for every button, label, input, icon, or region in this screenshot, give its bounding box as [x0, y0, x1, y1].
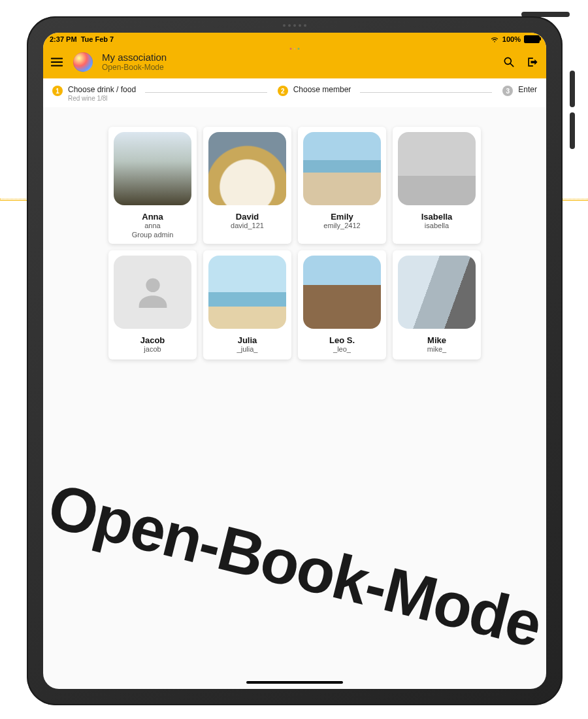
- status-time: 2:37 PM: [50, 35, 77, 43]
- logout-icon[interactable]: [525, 55, 540, 69]
- member-thumb: [303, 256, 381, 329]
- step-3-number: 3: [502, 86, 513, 96]
- member-thumb: [114, 256, 191, 329]
- step-3-label: Enter: [518, 85, 537, 94]
- app-header: My association Open-Book-Mode: [43, 46, 546, 78]
- member-username: emily_2412: [323, 222, 360, 229]
- member-username: mike_: [427, 345, 446, 353]
- member-thumb: [303, 132, 381, 205]
- member-card[interactable]: Emilyemily_2412: [298, 127, 386, 244]
- member-name: Julia: [238, 335, 257, 345]
- member-name: Anna: [142, 212, 163, 222]
- member-card[interactable]: Julia_julia_: [203, 250, 291, 360]
- step-1-number: 1: [52, 86, 63, 96]
- member-role: Group admin: [132, 231, 174, 239]
- member-username: anna: [144, 222, 160, 229]
- menu-icon[interactable]: [50, 55, 64, 69]
- step-3: 3 Enter: [502, 85, 537, 96]
- svg-line-1: [511, 64, 514, 67]
- wifi-icon: [490, 35, 499, 44]
- device-volume-up: [570, 71, 575, 107]
- member-thumb: [398, 132, 476, 205]
- member-card[interactable]: AnnaannaGroup admin: [108, 127, 197, 244]
- member-username: isabella: [425, 222, 449, 229]
- tablet-frame: 2:37 PM Tue Feb 7 100% My association Op…: [27, 16, 563, 705]
- device-speaker: [283, 24, 306, 27]
- search-icon[interactable]: [502, 55, 516, 69]
- member-username: david_121: [231, 222, 264, 229]
- step-divider: [360, 92, 492, 93]
- step-2-number: 2: [278, 86, 288, 96]
- member-name: Emily: [331, 212, 353, 222]
- step-2[interactable]: 2 Choose member: [278, 85, 497, 96]
- step-1-label: Choose drink / food: [68, 85, 136, 94]
- watermark-text: Open-Book-Mode: [43, 469, 546, 661]
- home-indicator[interactable]: [246, 681, 343, 684]
- member-card[interactable]: Isabellaisabella: [393, 127, 481, 244]
- group-avatar[interactable]: [73, 52, 93, 72]
- status-battery-pct: 100%: [502, 35, 521, 43]
- svg-point-0: [504, 58, 511, 64]
- multitask-dots: [290, 48, 300, 50]
- svg-point-2: [146, 278, 159, 292]
- member-name: David: [236, 212, 259, 222]
- header-subtitle: Open-Book-Mode: [102, 63, 167, 72]
- member-name: Mike: [427, 335, 446, 345]
- member-username: _leo_: [333, 345, 351, 353]
- member-card[interactable]: Mikemike_: [393, 250, 481, 360]
- member-username: jacob: [144, 345, 161, 353]
- member-thumb: [208, 132, 286, 205]
- header-title: My association: [102, 52, 167, 63]
- member-name: Jacob: [140, 335, 165, 345]
- member-card[interactable]: Daviddavid_121: [203, 127, 291, 244]
- step-2-label: Choose member: [293, 85, 351, 94]
- person-placeholder-icon: [132, 271, 174, 313]
- step-divider: [145, 92, 267, 93]
- member-thumb: [208, 256, 286, 329]
- member-grid: AnnaannaGroup adminDaviddavid_121Emilyem…: [108, 127, 481, 360]
- step-1[interactable]: 1 Choose drink / food Red wine 1/8l: [52, 85, 271, 102]
- status-date: Tue Feb 7: [81, 35, 114, 43]
- device-volume-down: [570, 112, 575, 149]
- screen: 2:37 PM Tue Feb 7 100% My association Op…: [43, 33, 546, 689]
- member-thumb: [398, 256, 476, 329]
- member-username: _julia_: [237, 345, 258, 353]
- member-name: Leo S.: [329, 335, 355, 345]
- member-card[interactable]: Jacobjacob: [108, 250, 197, 360]
- step-1-sub: Red wine 1/8l: [68, 95, 271, 102]
- member-card[interactable]: Leo S._leo_: [298, 250, 386, 360]
- stepper: 1 Choose drink / food Red wine 1/8l 2 Ch…: [43, 78, 546, 107]
- member-thumb: [114, 132, 191, 205]
- status-bar: 2:37 PM Tue Feb 7 100%: [43, 33, 546, 46]
- battery-icon: [524, 35, 540, 43]
- member-name: Isabella: [421, 212, 453, 222]
- member-grid-container: AnnaannaGroup adminDaviddavid_121Emilyem…: [43, 107, 546, 379]
